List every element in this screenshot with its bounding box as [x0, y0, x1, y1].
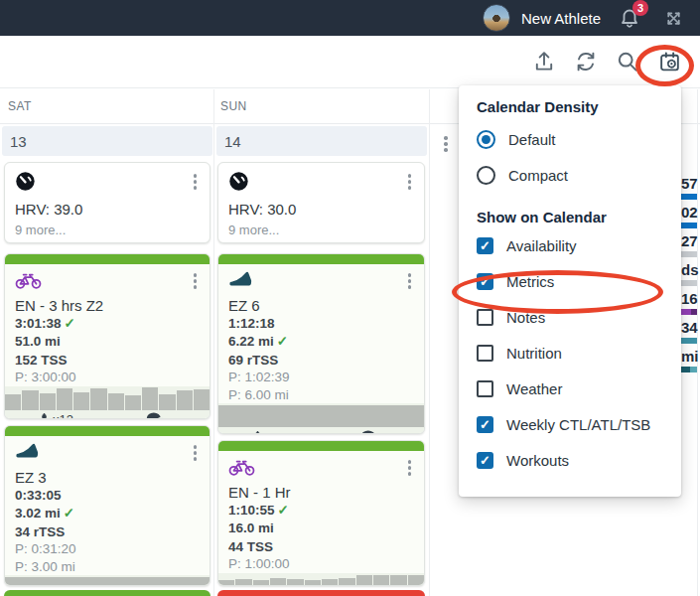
checkbox-unchecked-icon[interactable] — [477, 345, 493, 362]
show-option-notes[interactable]: Notes — [477, 299, 663, 335]
checkbox-checked-icon[interactable]: ✓ — [477, 237, 493, 254]
planned-stat: P: 1:02:39 — [228, 369, 414, 386]
card-options-menu[interactable] — [191, 270, 201, 292]
calendar-settings-button[interactable] — [656, 49, 682, 74]
comments-button[interactable] — [360, 430, 380, 435]
summary-value: ds — [681, 262, 699, 278]
workout-card[interactable]: EZ 61:12:186.22 mi✓69 rTSSP: 1:02:39P: 6… — [217, 253, 425, 434]
workout-title: EN - 1 Hr — [228, 484, 414, 501]
workout-histogram — [5, 386, 210, 410]
workout-stat: 51.0 mi — [15, 333, 200, 351]
workout-card[interactable]: EN - 3 hrs Z23:01:38✓51.0 mi152 TSSP: 3:… — [4, 253, 210, 419]
show-option-availability[interactable]: ✓Availability — [477, 227, 663, 263]
column-divider — [429, 89, 430, 596]
summary-value: 27 — [681, 233, 699, 249]
metric-more-link[interactable]: 9 more... — [228, 223, 414, 237]
upload-button[interactable] — [531, 49, 557, 74]
expand-icon — [663, 8, 684, 29]
summary-item[interactable]: ds — [681, 262, 699, 286]
workout-stat: 34 rTSS — [15, 523, 200, 541]
density-option-compact[interactable]: Compact — [477, 157, 663, 193]
show-option-label: Weekly CTL/ATL/TSB — [506, 416, 650, 433]
workout-stat: 0:33:05 — [15, 487, 200, 505]
summary-bar — [681, 223, 697, 228]
metric-card[interactable]: HRV: 39.0 9 more... — [4, 162, 210, 243]
running-shoe-icon — [228, 270, 252, 287]
attendee-count-label: x3 — [266, 430, 280, 435]
workout-card[interactable]: EN - 1 Hr1:10:55✓16.0 mi44 TSSP: 1:00:00 — [217, 440, 425, 586]
attendee-count-label: x13 — [53, 412, 73, 419]
expand-button[interactable] — [660, 5, 686, 31]
show-option-label: Metrics — [506, 273, 554, 290]
planned-stat: P: 1:00:00 — [228, 555, 414, 573]
partial-workout-card[interactable] — [217, 590, 425, 596]
running-shoe-icon — [15, 442, 39, 459]
user-name[interactable]: New Athlete — [521, 10, 601, 27]
comments-icon — [360, 430, 380, 435]
bike-icon — [15, 270, 42, 290]
radio-selected-icon[interactable] — [477, 130, 495, 149]
workout-stat: 44 TSS — [228, 538, 414, 556]
attendee-count[interactable]: x3 — [252, 430, 280, 435]
checkbox-checked-icon[interactable]: ✓ — [477, 452, 493, 469]
metric-title: HRV: 30.0 — [228, 201, 414, 218]
workout-stat: 69 rTSS — [228, 352, 414, 370]
notification-badge: 3 — [632, 0, 648, 16]
summary-item[interactable]: mi — [681, 349, 699, 372]
planned-stat: P: 3.00 mi — [15, 558, 200, 576]
workout-status-bar — [5, 426, 210, 436]
checkbox-unchecked-icon[interactable] — [477, 309, 493, 326]
show-option-nutrition[interactable]: Nutrition — [477, 335, 663, 371]
partial-workout-card[interactable] — [4, 590, 210, 596]
workout-stat: 3.02 mi✓ — [15, 505, 200, 522]
summary-item[interactable]: 16 — [681, 291, 699, 315]
metric-title: HRV: 39.0 — [15, 201, 200, 218]
notifications-button[interactable]: 3 — [618, 6, 641, 30]
workout-status-bar — [218, 441, 424, 451]
workout-title: EN - 3 hrs Z2 — [15, 297, 200, 314]
user-avatar[interactable] — [483, 4, 510, 32]
workout-card[interactable]: EZ 30:33:053.02 mi✓34 rTSSP: 0:31:20P: 3… — [4, 425, 210, 586]
card-options-menu[interactable] — [405, 270, 415, 292]
day-number-cell[interactable]: 14 — [216, 126, 427, 156]
summary-item[interactable]: 57 — [681, 176, 699, 200]
metric-card[interactable]: HRV: 30.0 9 more... — [217, 162, 425, 243]
summary-value: 34 — [681, 320, 699, 336]
workout-status-bar — [5, 254, 210, 264]
workout-histogram — [218, 573, 424, 587]
workout-stat: 6.22 mi✓ — [228, 333, 414, 351]
card-options-menu[interactable] — [191, 171, 201, 193]
checkbox-unchecked-icon[interactable] — [477, 380, 493, 397]
summary-item[interactable]: 27 — [681, 233, 699, 257]
summary-value: 57 — [681, 176, 699, 192]
summary-item[interactable]: 34 — [681, 320, 699, 344]
calendar-settings-icon — [657, 50, 682, 74]
show-option-weekly-ctl-atl-tsb[interactable]: ✓Weekly CTL/ATL/TSB — [477, 406, 663, 442]
day-number-cell[interactable]: 13 — [2, 126, 212, 156]
comments-button[interactable] — [146, 412, 166, 419]
workout-stat: 3:01:38✓ — [15, 315, 200, 333]
attendee-count[interactable]: x13 — [39, 412, 73, 419]
card-options-menu[interactable] — [405, 457, 415, 479]
day-options-menu[interactable] — [441, 133, 451, 155]
show-option-metrics[interactable]: ✓Metrics — [477, 263, 663, 299]
card-options-menu[interactable] — [191, 442, 201, 464]
show-option-label: Weather — [506, 380, 562, 397]
checkbox-checked-icon[interactable]: ✓ — [477, 273, 493, 290]
card-options-menu[interactable] — [405, 171, 415, 193]
checkbox-checked-icon[interactable]: ✓ — [477, 416, 493, 433]
summary-bar — [681, 280, 697, 286]
calendar-settings-menu: Calendar Density DefaultCompact Show on … — [459, 85, 681, 497]
summary-item[interactable]: 02 — [681, 205, 699, 228]
workout-card-footer: x3 — [218, 427, 424, 434]
show-option-workouts[interactable]: ✓Workouts — [477, 442, 663, 478]
completed-check-icon: ✓ — [278, 503, 289, 518]
show-option-weather[interactable]: Weather — [477, 371, 663, 406]
search-button[interactable] — [615, 49, 640, 74]
metric-more-link[interactable]: 9 more... — [15, 223, 200, 237]
radio-unselected-icon[interactable] — [477, 166, 495, 185]
workout-card-footer: x13 — [5, 410, 210, 420]
sync-button[interactable] — [573, 49, 599, 74]
density-option-default[interactable]: Default — [477, 121, 663, 157]
completed-check-icon: ✓ — [64, 506, 74, 521]
